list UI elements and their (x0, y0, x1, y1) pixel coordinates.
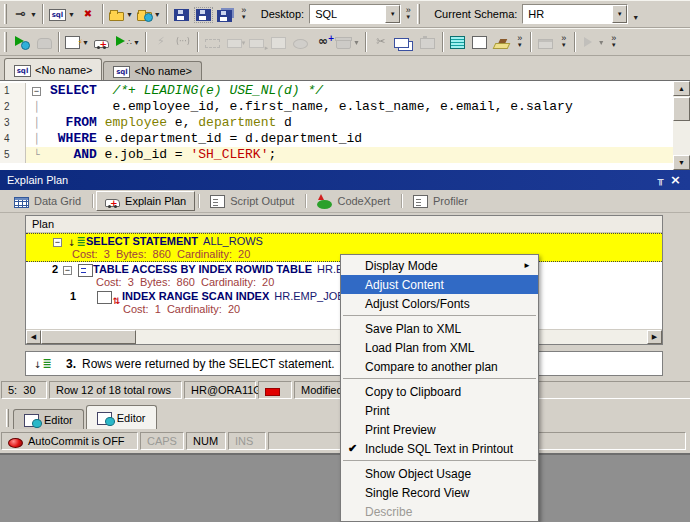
toolbar-overflow-button[interactable]: »▼ (607, 31, 621, 53)
save-icon (174, 9, 189, 21)
menu-item-save-plan-to-xml[interactable]: Save Plan to XML (341, 319, 538, 338)
dropdown-arrow-icon[interactable]: ▼ (133, 39, 140, 46)
menu-item-include-sql-text-in-printout[interactable]: ✔Include SQL Text in Printout (341, 439, 538, 458)
menu-item-copy-to-clipboard[interactable]: Copy to Clipboard (341, 382, 538, 401)
save-all-icon (217, 10, 232, 22)
desktop-combo-value: SQL (310, 8, 385, 20)
menu-item-show-object-usage[interactable]: Show Object Usage (341, 464, 538, 483)
sql-editor-tab-2[interactable]: sql<No name> (103, 61, 201, 80)
fold-margin[interactable]: − (26, 83, 47, 99)
editor-vertical-scrollbar[interactable]: ▲ ▼ (673, 81, 690, 170)
toolbar-grip[interactable] (4, 32, 7, 52)
collapse-icon[interactable]: − (32, 87, 41, 96)
sql-editor[interactable]: 1−SELECT /*+ LEADING(e) USE_NL(d) */2│ e… (0, 80, 690, 170)
code-text: FROM employee e, department d (47, 115, 673, 131)
toolbar-overflow-button[interactable]: »▼ (237, 3, 251, 25)
scroll-left-icon[interactable]: ◀ (26, 330, 41, 344)
toolbar-grip[interactable] (4, 4, 7, 24)
dropdown-arrow-icon[interactable]: ▼ (82, 39, 89, 46)
debug-script-button (268, 31, 290, 53)
toolbar-overflow-button[interactable]: »▼ (557, 31, 571, 53)
checkmark-icon: ✔ (348, 442, 357, 455)
menu-item-print[interactable]: Print (341, 401, 538, 420)
code-line[interactable]: 2│ e.employee_id, e.first_name, e.last_n… (0, 99, 673, 115)
sql-code-area[interactable]: 1−SELECT /*+ LEADING(e) USE_NL(d) */2│ e… (0, 81, 673, 170)
disconnect-button[interactable]: ✖ (77, 3, 99, 25)
pin-icon[interactable]: ╥ (653, 172, 668, 188)
connect-button[interactable]: ⊸▼ (11, 3, 39, 25)
tab-separator (401, 194, 402, 208)
toolbar-options-arrow-icon[interactable]: ▼ (632, 14, 639, 21)
check-health-button[interactable] (91, 31, 113, 53)
scrollbar-thumb[interactable] (673, 97, 690, 121)
collapse-icon[interactable]: − (63, 266, 72, 275)
current-schema-combo[interactable]: HR ▼ (522, 4, 628, 24)
window-tab-editor-1[interactable]: Editor (13, 409, 84, 429)
toolbar-grip[interactable] (6, 409, 9, 427)
sql-editor-tab-1[interactable]: sql<No name> (4, 58, 102, 80)
close-icon[interactable]: × (668, 172, 683, 188)
code-text: WHERE e.department_id = d.department_id (47, 131, 673, 147)
tab-explain-plan[interactable]: Explain Plan (96, 191, 195, 211)
watch-variable-button[interactable]: ∞ (312, 31, 334, 53)
menu-item-display-mode[interactable]: Display Mode► (341, 256, 538, 275)
code-line[interactable]: 5└ AND e.job_id = 'SH_CLERK'; (0, 147, 673, 163)
code-line[interactable]: 3│ FROM employee e, department d (0, 115, 673, 131)
toolbar-separator (442, 32, 444, 52)
tab-data-grid[interactable]: Data Grid (6, 191, 89, 211)
dropdown-arrow-icon[interactable]: ▼ (154, 11, 161, 18)
toolbar-grip[interactable] (417, 4, 420, 24)
toolbar-separator (102, 4, 104, 24)
dropdown-arrow-icon[interactable]: ▼ (68, 11, 75, 18)
menu-item-adjust-content[interactable]: Adjust Content (341, 275, 538, 294)
syntax-highlight-button[interactable] (491, 31, 513, 53)
dropdown-arrow-icon[interactable]: ▼ (126, 11, 133, 18)
code-line[interactable]: 4│ WHERE e.department_id = d.department_… (0, 131, 673, 147)
menu-item-compare-to-another-plan[interactable]: Compare to another plan (341, 357, 538, 376)
scroll-right-icon[interactable]: ▶ (647, 330, 662, 344)
plan-column-header[interactable]: Plan (26, 216, 662, 233)
save-button[interactable] (171, 3, 193, 25)
tab-script-output[interactable]: Script Output (202, 191, 302, 211)
tab-profiler[interactable]: Profiler (405, 191, 476, 211)
tab-label: Profiler (433, 195, 468, 207)
copy-button[interactable] (392, 31, 417, 53)
desktop-combo[interactable]: SQL ▼ (309, 4, 401, 24)
chevron-down-icon[interactable]: ▼ (612, 5, 627, 23)
dropdown-arrow-icon[interactable]: ▼ (30, 11, 37, 18)
execute-as-script-button[interactable]: ▼ (63, 31, 91, 53)
red-dot-icon (8, 438, 23, 448)
dropdown-arrow-icon[interactable]: ▼ (598, 39, 605, 46)
plan-operation: INDEX RANGE SCAN INDEX (122, 290, 269, 302)
scroll-up-icon[interactable]: ▲ (673, 81, 690, 96)
new-document-button[interactable] (469, 31, 491, 53)
menu-item-adjust-colors-fonts[interactable]: Adjust Colors/Fonts (341, 294, 538, 313)
tab-codexpert[interactable]: CodeXpert (309, 191, 398, 211)
tab-label: Editor (44, 414, 73, 426)
save-as-button[interactable] (193, 3, 215, 25)
code-line[interactable]: 1−SELECT /*+ LEADING(e) USE_NL(d) */ (0, 83, 673, 99)
execute-toolbar: ▼▼⚡(···)∞▼✂»▼»▼▼»▼ (0, 28, 690, 56)
open-file-button[interactable]: ▼ (107, 3, 135, 25)
execute-explain-plan-button[interactable]: ▼ (113, 31, 142, 53)
collapse-icon[interactable]: − (53, 238, 62, 247)
execute-statement-button[interactable] (11, 31, 33, 53)
scrollbar-thumb[interactable] (41, 330, 136, 344)
chevron-down-icon[interactable]: ▼ (385, 5, 400, 23)
menu-item-load-plan-from-xml[interactable]: Load Plan from XML (341, 338, 538, 357)
new-sql-window-button[interactable]: sql▼ (47, 3, 77, 25)
toolbar-separator (197, 32, 199, 52)
window-tab-editor-2[interactable]: Editor (86, 405, 157, 429)
toolbar-overflow-button[interactable]: »▼ (401, 3, 415, 25)
dropdown-arrow-icon[interactable]: ▼ (353, 39, 360, 46)
fold-margin: └ (26, 147, 47, 163)
scroll-down-icon[interactable]: ▼ (673, 155, 690, 170)
plan-row-number: 2 (46, 262, 58, 276)
toolbar-overflow-button[interactable]: »▼ (513, 31, 527, 53)
menu-item-print-preview[interactable]: Print Preview (341, 420, 538, 439)
menu-item-single-record-view[interactable]: Single Record View (341, 483, 538, 502)
open-schema-browser-button[interactable]: ▼ (135, 3, 163, 25)
submenu-arrow-icon: ► (523, 261, 531, 270)
describe-select-button[interactable] (447, 31, 469, 53)
save-all-button[interactable] (215, 3, 237, 25)
